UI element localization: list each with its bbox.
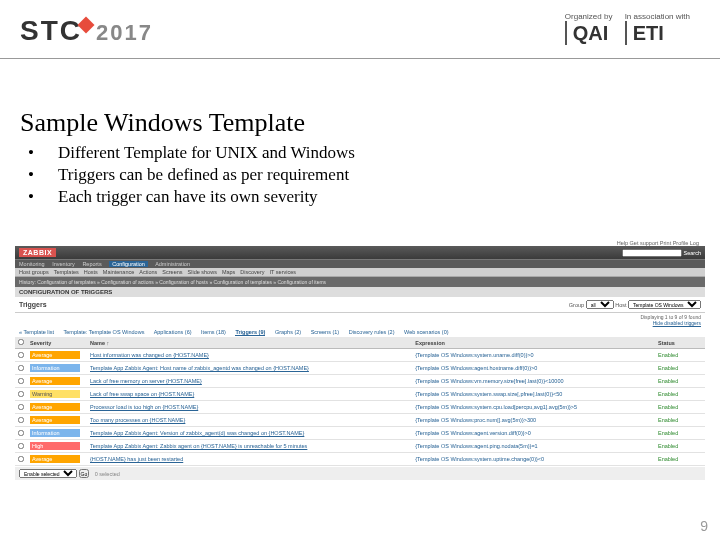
severity-badge: Average — [30, 403, 80, 411]
row-checkbox[interactable] — [18, 391, 24, 397]
severity-badge: Average — [30, 455, 80, 463]
severity-badge: Information — [30, 364, 80, 372]
severity-badge: Average — [30, 377, 80, 385]
bulk-action-select[interactable]: Enable selected — [19, 469, 77, 478]
table-row: Average{HOST.NAME} has just been restart… — [15, 453, 705, 466]
table-row: AverageProcessor load is too high on {HO… — [15, 401, 705, 414]
table-row: AverageLack of free memory on server {HO… — [15, 375, 705, 388]
go-button[interactable]: Go — [79, 469, 90, 478]
row-checkbox[interactable] — [18, 352, 24, 358]
trigger-expression: {Template OS Windows:agent.ping.nodata(5… — [415, 443, 537, 449]
severity-badge: Average — [30, 416, 80, 424]
row-checkbox[interactable] — [18, 417, 24, 423]
trigger-name-link[interactable]: {HOST.NAME} has just been restarted — [90, 456, 183, 462]
row-checkbox[interactable] — [18, 430, 24, 436]
table-row: WarningLack of free swap space on {HOST.… — [15, 388, 705, 401]
status-link[interactable]: Enabled — [658, 404, 678, 410]
status-link[interactable]: Enabled — [658, 352, 678, 358]
trigger-name-link[interactable]: Template App Zabbix Agent: Version of za… — [90, 430, 304, 436]
trigger-name-link[interactable]: Template App Zabbix Agent: Host name of … — [90, 365, 309, 371]
trigger-name-link[interactable]: Template App Zabbix Agent: Zabbix agent … — [90, 443, 307, 449]
status-link[interactable]: Enabled — [658, 417, 678, 423]
trigger-expression: {Template OS Windows:system.swap.size[,p… — [415, 391, 562, 397]
association-label: In association with — [625, 12, 690, 21]
status-link[interactable]: Enabled — [658, 430, 678, 436]
trigger-name-link[interactable]: Processor load is too high on {HOST.NAME… — [90, 404, 198, 410]
row-checkbox[interactable] — [18, 456, 24, 462]
qai-logo: QAI — [573, 22, 609, 44]
row-checkbox[interactable] — [18, 365, 24, 371]
bullet-item: Each trigger can have its own severity — [58, 187, 318, 206]
bullet-item: Different Template for UNIX and Windows — [58, 143, 355, 162]
hide-disabled-link[interactable]: Hide disabled triggers — [653, 320, 701, 326]
bulk-action-bar: Enable selected Go 0 selected — [15, 467, 705, 480]
status-link[interactable]: Enabled — [658, 378, 678, 384]
main-nav[interactable]: Monitoring Inventory Reports Configurati… — [15, 259, 705, 268]
bullet-list: •Different Template for UNIX and Windows… — [28, 142, 355, 208]
severity-badge: Average — [30, 351, 80, 359]
slide-title: Sample Windows Template — [20, 108, 305, 138]
table-row: AverageToo many processes on {HOST.NAME}… — [15, 414, 705, 427]
select-all-checkbox[interactable] — [18, 339, 24, 345]
trigger-expression: {Template OS Windows:system.uptime.chang… — [415, 456, 544, 462]
section-title: CONFIGURATION OF TRIGGERS — [15, 287, 705, 297]
breadcrumb: History: Configuration of templates » Co… — [15, 277, 705, 287]
trigger-expression: {Template OS Windows:system.cpu.load[per… — [415, 404, 577, 410]
header-divider — [0, 58, 720, 59]
sub-nav[interactable]: Host groupsTemplatesHostsMaintenanceActi… — [15, 268, 705, 277]
trigger-name-link[interactable]: Lack of free swap space on {HOST.NAME} — [90, 391, 194, 397]
triggers-title: Triggers — [19, 301, 47, 308]
trigger-name-link[interactable]: Too many processes on {HOST.NAME} — [90, 417, 185, 423]
organized-by-label: Organized by — [565, 12, 613, 21]
trigger-expression: {Template OS Windows:agent.hostname.diff… — [415, 365, 537, 371]
row-checkbox[interactable] — [18, 404, 24, 410]
triggers-table: Severity Name ↑ Expression Status Averag… — [15, 337, 705, 466]
trigger-expression: {Template OS Windows:proc.num[].avg(5m)}… — [415, 417, 536, 423]
trigger-expression: {Template OS Windows:vm.memory.size[free… — [415, 378, 563, 384]
page-number: 9 — [700, 518, 708, 534]
stc-logo: STC2017 — [20, 15, 153, 47]
zabbix-logo: ZABBIX — [19, 248, 56, 257]
row-checkbox[interactable] — [18, 443, 24, 449]
trigger-name-link[interactable]: Host information was changed on {HOST.NA… — [90, 352, 209, 358]
trigger-expression: {Template OS Windows:system.uname.diff(0… — [415, 352, 533, 358]
template-tabs[interactable]: « Template list Template: Template OS Wi… — [15, 327, 705, 337]
search-box[interactable]: Search — [622, 249, 701, 257]
severity-badge: High — [30, 442, 80, 450]
severity-badge: Warning — [30, 390, 80, 398]
sponsor-block: Organized by QAI In association with ETI — [555, 12, 690, 45]
table-row: InformationTemplate App Zabbix Agent: Ho… — [15, 362, 705, 375]
group-select[interactable]: all — [586, 300, 614, 309]
table-row: AverageHost information was changed on {… — [15, 349, 705, 362]
trigger-name-link[interactable]: Lack of free memory on server {HOST.NAME… — [90, 378, 202, 384]
eti-logo: ETI — [633, 22, 664, 44]
table-row: HighTemplate App Zabbix Agent: Zabbix ag… — [15, 440, 705, 453]
host-select[interactable]: Template OS Windows — [628, 300, 701, 309]
status-link[interactable]: Enabled — [658, 443, 678, 449]
status-link[interactable]: Enabled — [658, 456, 678, 462]
severity-badge: Information — [30, 429, 80, 437]
zabbix-screenshot: Help Get support Print Profile Log ZABBI… — [15, 240, 705, 480]
status-link[interactable]: Enabled — [658, 365, 678, 371]
table-row: InformationTemplate App Zabbix Agent: Ve… — [15, 427, 705, 440]
status-link[interactable]: Enabled — [658, 391, 678, 397]
bullet-item: Triggers can be defined as per requireme… — [58, 165, 349, 184]
row-checkbox[interactable] — [18, 378, 24, 384]
trigger-expression: {Template OS Windows:agent.version.diff(… — [415, 430, 531, 436]
